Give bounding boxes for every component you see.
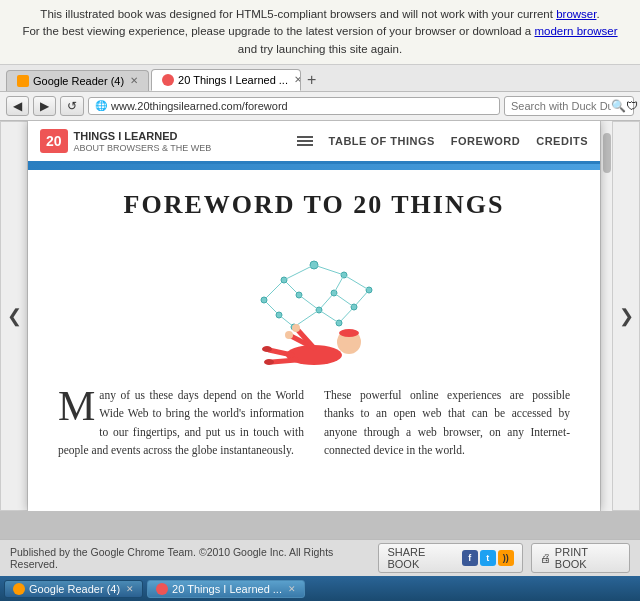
security-icon: 🛡	[626, 99, 638, 113]
forward-button[interactable]: ▶	[33, 96, 56, 116]
svg-point-35	[292, 324, 300, 332]
taskbar-20things-icon	[156, 583, 168, 595]
search-input[interactable]	[511, 100, 611, 112]
published-text: Published by the Google Chrome Team. ©20…	[10, 546, 378, 570]
character-svg	[254, 300, 374, 370]
svg-point-37	[264, 359, 274, 365]
credits-link[interactable]: CREDITS	[536, 135, 588, 147]
tab-close-20things[interactable]: ✕	[294, 74, 301, 85]
tab-label-reader: Google Reader (4)	[33, 75, 124, 87]
tab-close-reader[interactable]: ✕	[130, 75, 138, 86]
print-book-button[interactable]: 🖨 PRINT BOOK	[531, 543, 630, 573]
svg-line-12	[284, 265, 314, 280]
taskbar-reader-button[interactable]: Google Reader (4) ✕	[4, 580, 143, 598]
rss-icon[interactable]: ))	[498, 550, 514, 566]
right-arrow-icon: ❯	[619, 305, 634, 327]
svg-line-15	[284, 280, 299, 295]
url-input[interactable]	[111, 100, 493, 112]
content-area: ❮ 20 THINGS I LEARNED ABOUT BROWSERS & T…	[0, 121, 640, 511]
menu-line	[297, 140, 313, 142]
right-column: These powerful online experiences are po…	[324, 386, 570, 460]
tabs-bar: Google Reader (4) ✕ 20 Things I Learned …	[0, 65, 640, 92]
warning-line1: This illustrated book was designed for H…	[20, 6, 620, 23]
taskbar-20things-button[interactable]: 20 Things I Learned ... ✕	[147, 580, 305, 598]
status-bar: Published by the Google Chrome Team. ©20…	[0, 539, 640, 576]
20things-icon	[162, 74, 174, 86]
svg-line-14	[264, 280, 284, 300]
warning-bar: This illustrated book was designed for H…	[0, 0, 640, 65]
illustration	[58, 240, 570, 370]
tab-google-reader[interactable]: Google Reader (4) ✕	[6, 70, 149, 91]
tab-20things[interactable]: 20 Things I Learned ... ✕	[151, 69, 301, 91]
share-label: SHARE BOOK	[387, 546, 457, 570]
svg-line-33	[272, 360, 296, 362]
svg-line-32	[269, 350, 292, 355]
taskbar-reader-close[interactable]: ✕	[126, 584, 134, 594]
refresh-button[interactable]: ↺	[60, 96, 84, 116]
google-reader-icon	[17, 75, 29, 87]
svg-line-13	[314, 265, 344, 275]
book-header: 20 THINGS I LEARNED ABOUT BROWSERS & THE…	[28, 121, 600, 164]
menu-line	[297, 144, 313, 146]
modern-browser-link[interactable]: modern browser	[534, 25, 617, 37]
print-icon: 🖨	[540, 552, 551, 564]
text-columns: M any of us these days depend on the Wor…	[58, 386, 570, 460]
taskbar-20things-close[interactable]: ✕	[288, 584, 296, 594]
share-book-button[interactable]: SHARE BOOK f t ))	[378, 543, 522, 573]
svg-line-16	[334, 275, 344, 293]
search-button[interactable]: 🔍	[611, 99, 626, 113]
share-print-area: SHARE BOOK f t )) 🖨 PRINT BOOK	[378, 543, 630, 573]
facebook-icon[interactable]: f	[462, 550, 478, 566]
warning-line2: For the best viewing experience, please …	[20, 23, 620, 58]
drop-cap: M	[58, 390, 95, 424]
menu-icon[interactable]	[297, 136, 313, 146]
new-tab-button[interactable]: +	[303, 71, 320, 89]
web-icon: 🌐	[95, 100, 107, 111]
prev-page-button[interactable]: ❮	[0, 121, 28, 511]
logo-number: 20	[40, 129, 68, 153]
svg-point-34	[285, 331, 293, 339]
right-column-text: These powerful online experiences are po…	[324, 389, 570, 456]
left-arrow-icon: ❮	[7, 305, 22, 327]
search-bar: 🔍 🛡	[504, 96, 634, 116]
foreword-link[interactable]: FOREWORD	[451, 135, 520, 147]
print-label: PRINT BOOK	[555, 546, 621, 570]
taskbar-reader-label: Google Reader (4)	[29, 583, 120, 595]
share-icons: f t ))	[462, 550, 514, 566]
book-nav: TABLE OF THINGS FOREWORD CREDITS	[223, 135, 588, 147]
foreword-content: FOREWORD TO 20 THINGS	[28, 170, 600, 480]
tab-label-20things: 20 Things I Learned ...	[178, 74, 288, 86]
logo-subtitle: ABOUT BROWSERS & THE WEB	[74, 143, 212, 153]
next-page-button[interactable]: ❯	[612, 121, 640, 511]
logo-area: 20 THINGS I LEARNED ABOUT BROWSERS & THE…	[40, 129, 211, 153]
back-button[interactable]: ◀	[6, 96, 29, 116]
table-of-things-link[interactable]: TABLE OF THINGS	[329, 135, 435, 147]
twitter-icon[interactable]: t	[480, 550, 496, 566]
menu-line	[297, 136, 313, 138]
book-page: 20 THINGS I LEARNED ABOUT BROWSERS & THE…	[28, 121, 600, 511]
svg-point-36	[262, 346, 272, 352]
svg-point-29	[339, 329, 359, 337]
taskbar-reader-icon	[13, 583, 25, 595]
scrollbar[interactable]	[600, 121, 612, 511]
taskbar: Google Reader (4) ✕ 20 Things I Learned …	[0, 576, 640, 601]
browser-link[interactable]: browser	[556, 8, 596, 20]
svg-line-17	[344, 275, 369, 290]
nav-bar: ◀ ▶ ↺ 🌐 🔍 🛡	[0, 92, 640, 121]
url-bar: 🌐	[88, 97, 500, 115]
taskbar-20things-label: 20 Things I Learned ...	[172, 583, 282, 595]
foreword-title: FOREWORD TO 20 THINGS	[58, 190, 570, 220]
logo-title: THINGS I LEARNED	[74, 129, 212, 143]
scroll-thumb[interactable]	[603, 133, 611, 173]
left-column: M any of us these days depend on the Wor…	[58, 386, 304, 460]
